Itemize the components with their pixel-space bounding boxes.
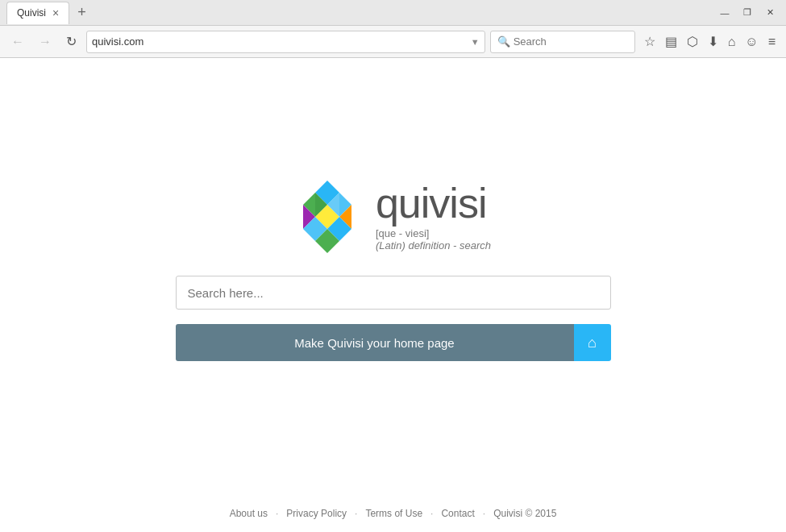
nav-icon-group: ☆ ▤ ⬡ ⬇ ⌂ ☺ ≡ [640, 31, 780, 52]
active-tab[interactable]: Quivisi × [6, 2, 69, 24]
forward-button[interactable]: → [34, 31, 56, 52]
address-input[interactable] [92, 35, 468, 48]
minimize-button[interactable]: — [715, 6, 734, 19]
main-center: quivisi [que - viesi] (Latin) definition… [176, 181, 611, 361]
tab-close-button[interactable]: × [52, 7, 59, 19]
make-homepage-button[interactable]: Make Quivisi your home page [176, 324, 574, 361]
copyright: Quivisi © 2015 [493, 508, 556, 519]
reload-button[interactable]: ↻ [61, 31, 81, 52]
tab-strip: Quivisi × + [6, 2, 91, 24]
terms-link[interactable]: Terms of Use [365, 508, 422, 519]
privacy-link[interactable]: Privacy Policy [286, 508, 347, 519]
logo-graphic [295, 181, 360, 253]
bookmark-icon-button[interactable]: ☆ [640, 31, 659, 52]
pocket-button[interactable]: ⬡ [683, 31, 702, 52]
search-icon: 🔍 [497, 35, 510, 48]
logo-text-area: quivisi [que - viesi] (Latin) definition… [376, 182, 491, 251]
about-link[interactable]: About us [230, 508, 268, 519]
download-button[interactable]: ⬇ [704, 31, 722, 52]
menu-button[interactable]: ≡ [764, 31, 780, 52]
window-controls: — ❐ ✕ [715, 6, 780, 19]
logo-title: quivisi [376, 182, 491, 224]
close-button[interactable]: ✕ [760, 6, 780, 19]
tab-title: Quivisi [17, 7, 46, 19]
search-bar: 🔍 [490, 31, 635, 53]
emoji-button[interactable]: ☺ [741, 31, 762, 52]
search-input[interactable] [514, 35, 610, 48]
cta-button-wrapper: Make Quivisi your home page ⌂ [176, 324, 611, 361]
reader-view-button[interactable]: ▤ [661, 31, 681, 52]
page-footer: About us · Privacy Policy · Terms of Use… [0, 508, 786, 519]
contact-link[interactable]: Contact [441, 508, 474, 519]
main-search-input[interactable] [176, 276, 611, 310]
address-bar: ▼ [86, 31, 485, 53]
home-button[interactable]: ⌂ [724, 31, 740, 52]
title-bar: Quivisi × + — ❐ ✕ [0, 0, 786, 26]
new-tab-button[interactable]: + [73, 2, 91, 23]
address-dropdown-icon[interactable]: ▼ [471, 37, 480, 47]
page-content: quivisi [que - viesi] (Latin) definition… [0, 58, 786, 532]
restore-button[interactable]: ❐ [738, 6, 757, 19]
nav-bar: ← → ↻ ▼ 🔍 ☆ ▤ ⬡ ⬇ ⌂ ☺ ≡ [0, 26, 786, 58]
back-button[interactable]: ← [6, 31, 29, 52]
logo-pronunciation: [que - viesi] (Latin) definition - searc… [376, 227, 491, 251]
logo-area: quivisi [que - viesi] (Latin) definition… [295, 181, 491, 253]
home-icon-button[interactable]: ⌂ [574, 324, 611, 361]
